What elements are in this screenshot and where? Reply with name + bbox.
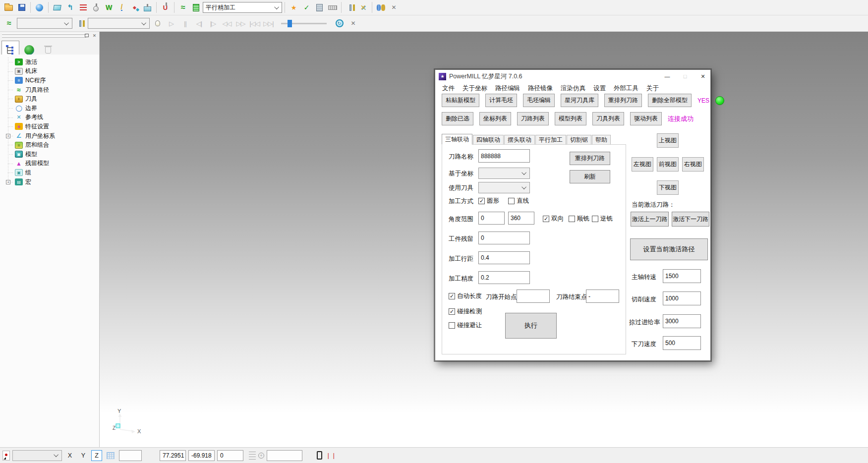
tab-saw[interactable]: 切割锯 bbox=[567, 135, 591, 145]
block-icon[interactable] bbox=[51, 1, 63, 14]
expand-icon[interactable]: + bbox=[6, 180, 10, 184]
cursor-z-field[interactable]: 0 bbox=[217, 450, 243, 461]
mode-circle-checkbox[interactable]: ✓圆形 bbox=[478, 197, 499, 205]
auto-length-checkbox[interactable]: ✓自动长度 bbox=[449, 292, 482, 300]
verify-tool-icon[interactable]: ✓ bbox=[300, 1, 313, 14]
rearrange-toolpaths-button[interactable]: 重排列刀路 bbox=[604, 94, 642, 107]
mode-line-checkbox[interactable]: 直线 bbox=[508, 197, 529, 205]
tree-item-feature-sets[interactable]: ◆特征设置 bbox=[3, 122, 99, 131]
menu-about[interactable]: 关于 bbox=[642, 84, 663, 93]
menu-file[interactable]: 文件 bbox=[438, 84, 459, 93]
stock-input[interactable] bbox=[478, 232, 530, 244]
tool-block-icon[interactable] bbox=[141, 1, 154, 14]
tab-help[interactable]: 帮助 bbox=[592, 135, 611, 145]
transform-icon[interactable]: ✕ bbox=[357, 1, 369, 14]
shaded-model-icon[interactable] bbox=[33, 1, 46, 14]
slider-handle[interactable] bbox=[288, 20, 292, 27]
lightbulb-icon[interactable] bbox=[151, 17, 164, 30]
tree-item-toolpaths[interactable]: ≈刀具路径 bbox=[3, 85, 99, 95]
menu-path-edit[interactable]: 路径编辑 bbox=[491, 84, 524, 93]
delete-selected-button[interactable]: 删除已选 bbox=[442, 112, 473, 125]
panel-gripper[interactable] bbox=[2, 33, 86, 35]
tree-item-nc-programs[interactable]: ≡NC程序 bbox=[3, 76, 99, 85]
view-bottom-button[interactable]: 下视图 bbox=[657, 180, 679, 195]
model-list-button[interactable]: 模型列表 bbox=[555, 112, 586, 125]
delete-all-models-button[interactable]: 删除全部模型 bbox=[648, 94, 692, 107]
view-right-button[interactable]: 右视图 bbox=[682, 157, 704, 172]
go-start-button[interactable]: |◁◁ bbox=[248, 17, 261, 30]
angle-to-input[interactable] bbox=[508, 212, 534, 225]
tree-item-activate[interactable]: >激活 bbox=[3, 58, 99, 67]
tree-item-stock-models[interactable]: ▲残留模型 bbox=[3, 159, 99, 169]
sim-tool-dropdown[interactable] bbox=[88, 18, 150, 29]
panel-close-icon[interactable]: ✕ bbox=[92, 33, 97, 38]
panel-float-icon[interactable] bbox=[84, 33, 89, 38]
menu-render-sim[interactable]: 渲染仿真 bbox=[557, 84, 589, 93]
tolerance-input[interactable] bbox=[478, 271, 530, 284]
tree-item-groups[interactable]: ▣组 bbox=[3, 168, 99, 177]
toolpath-connections-icon[interactable]: ↰ bbox=[64, 1, 76, 14]
tree-item-workplanes[interactable]: +∠用户坐标系 bbox=[3, 131, 99, 141]
tool-icon[interactable] bbox=[90, 1, 102, 14]
skim-feed-input[interactable] bbox=[663, 314, 701, 328]
status-dropdown[interactable] bbox=[12, 450, 62, 461]
expand-icon[interactable]: + bbox=[6, 134, 10, 138]
edit-stock-button[interactable]: 毛坯编辑 bbox=[523, 94, 555, 107]
maximize-button[interactable]: □ bbox=[678, 71, 693, 82]
menu-settings[interactable]: 设置 bbox=[589, 84, 610, 93]
toolpath-name-input[interactable] bbox=[478, 149, 530, 163]
paste-new-model-button[interactable]: 粘贴新模型 bbox=[442, 94, 479, 107]
workplane-field[interactable] bbox=[267, 450, 302, 461]
tool-library-button[interactable]: 星河刀具库 bbox=[561, 94, 598, 107]
calc-stock-button[interactable]: 计算毛坯 bbox=[485, 94, 517, 107]
go-end-button[interactable]: ▷▷| bbox=[262, 17, 275, 30]
sim-speed-slider[interactable] bbox=[281, 23, 327, 24]
angle-from-input[interactable] bbox=[478, 212, 505, 225]
menu-path-mirror[interactable]: 路径镜像 bbox=[524, 84, 557, 93]
fast-forward-button[interactable]: ▷▷ bbox=[234, 17, 247, 30]
tab-head[interactable]: 摆头联动 bbox=[504, 135, 535, 145]
plunge-feed-input[interactable] bbox=[663, 336, 701, 350]
cursor-y-field[interactable]: -69.918 bbox=[188, 450, 215, 461]
tree-item-patterns[interactable]: ✕参考线 bbox=[3, 113, 99, 122]
toolpath-list-icon[interactable] bbox=[190, 1, 202, 14]
conventional-checkbox[interactable]: 逆铣 bbox=[592, 215, 613, 223]
sim-tool-icon[interactable] bbox=[74, 17, 86, 30]
tab-parallel[interactable]: 平行加工 bbox=[535, 135, 566, 145]
use-tool-combo[interactable] bbox=[478, 182, 530, 193]
tree-item-models[interactable]: ▣模型 bbox=[3, 150, 99, 159]
activate-next-toolpath-button[interactable]: 激活下一刀路 bbox=[672, 212, 709, 227]
sim-toolpath-dropdown[interactable] bbox=[17, 18, 72, 29]
activate-prev-toolpath-button[interactable]: 激活上一刀路 bbox=[631, 212, 669, 227]
axis-y-button[interactable]: Y bbox=[78, 450, 89, 461]
pause-button[interactable]: || bbox=[179, 17, 191, 30]
stepover-input[interactable] bbox=[478, 251, 530, 264]
cursor-x-field[interactable]: 77.2951 bbox=[160, 450, 186, 461]
tree-item-tools[interactable]: ‖刀具 bbox=[3, 94, 99, 104]
workplane-locator-icon[interactable]: + bbox=[258, 453, 264, 459]
collision-check-icon[interactable]: U bbox=[159, 1, 172, 14]
open-project-icon[interactable] bbox=[2, 1, 15, 14]
tree-item-levels-sets[interactable]: ≡层和组合 bbox=[3, 140, 99, 150]
sim-toolpath-icon[interactable]: ≈ bbox=[3, 17, 15, 30]
based-coord-combo[interactable] bbox=[478, 168, 530, 179]
measure-icon[interactable] bbox=[326, 1, 339, 14]
coord-list-button[interactable]: 坐标列表 bbox=[479, 112, 511, 125]
collision-avoid-checkbox[interactable]: 碰撞避让 bbox=[449, 321, 482, 330]
bidirectional-checkbox[interactable]: ✓双向 bbox=[543, 215, 564, 223]
close-button[interactable]: ✕ bbox=[695, 71, 710, 82]
set-active-path-button[interactable]: 设置当前激活路径 bbox=[630, 238, 708, 260]
toolpath-strategy-icon[interactable]: W bbox=[103, 1, 115, 14]
active-toolpath-dropdown[interactable]: 平行精加工 bbox=[203, 2, 282, 13]
toolpath-icon[interactable]: ≈ bbox=[177, 1, 189, 14]
tab-3axis[interactable]: 三轴联动 bbox=[442, 134, 472, 145]
axis-z-button[interactable]: Z bbox=[91, 450, 102, 461]
menu-external-tools[interactable]: 外部工具 bbox=[610, 84, 642, 93]
panel-gripper[interactable] bbox=[2, 36, 86, 38]
toolbar-close-icon[interactable]: ✕ bbox=[388, 1, 400, 14]
spindle-speed-input[interactable] bbox=[663, 269, 701, 283]
step-back-button[interactable]: ◁| bbox=[193, 17, 205, 30]
drive-list-button[interactable]: 驱动列表 bbox=[630, 112, 662, 125]
points-icon[interactable]: ◆ bbox=[128, 1, 141, 14]
refresh-button[interactable]: 刷新 bbox=[570, 170, 610, 183]
